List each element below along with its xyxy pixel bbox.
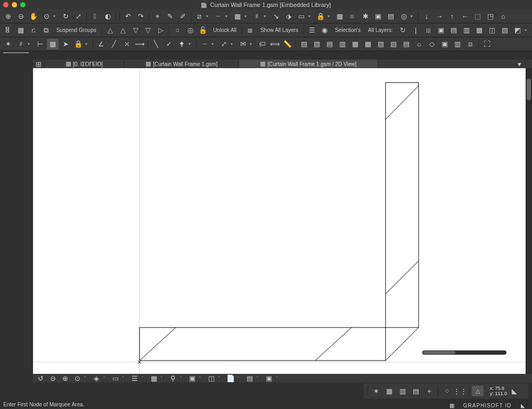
frame-icon[interactable]: ▣ — [187, 374, 198, 382]
refresh2-icon[interactable]: ↻ — [397, 25, 409, 36]
drawing-canvas[interactable] — [33, 68, 526, 382]
tool-icon[interactable]: ▤ — [385, 11, 397, 22]
east-icon[interactable]: → — [433, 11, 445, 22]
suspend-groups-label[interactable]: Suspend Groups — [53, 25, 100, 36]
hscroll-thumb[interactable] — [423, 351, 455, 354]
bar-chart-icon[interactable]: ⫼ — [423, 25, 435, 36]
vertical-scrollbar[interactable] — [526, 68, 532, 374]
layer-nav-icon[interactable]: ☰ — [129, 374, 140, 382]
row2-overflow[interactable]: ▾ — [525, 28, 530, 32]
picker-icon[interactable]: ⌖ — [151, 11, 163, 22]
grid-nav-icon[interactable]: ▦ — [149, 374, 159, 382]
hatch-nav-icon[interactable]: ▤ — [244, 374, 255, 382]
plus-icon[interactable]: + — [423, 386, 435, 396]
south-icon[interactable]: ↓ — [421, 11, 432, 22]
nav-dropdown-i[interactable]: › — [238, 374, 243, 382]
line-style-icon[interactable]: ┈ — [212, 11, 224, 22]
sun-icon[interactable]: ☼ — [413, 39, 425, 50]
line2-icon[interactable]: ╲ — [150, 39, 162, 50]
misc-nav-icon[interactable]: ▣ — [264, 374, 274, 382]
tab-ground-floor[interactable]: [0. ΙΣΟΓΕΙΟ] — [45, 60, 125, 68]
nav-dropdown-b[interactable]: › — [103, 374, 109, 382]
section-icon[interactable]: ⬗ — [283, 11, 294, 22]
grid-snap-icon[interactable]: ♯ — [15, 39, 27, 50]
show-all-layers-label[interactable]: Show All Layers — [257, 25, 301, 36]
prev-zoom-icon[interactable]: ↺ — [35, 374, 46, 382]
tool-g-icon[interactable]: ◩ — [512, 25, 523, 36]
branding-label[interactable]: GRAPHISOFT ID — [463, 403, 512, 408]
elevation-dropdown[interactable]: ▾ — [308, 14, 314, 19]
grid-icon[interactable]: ♯ — [251, 11, 263, 22]
corners-icon[interactable]: ⛶ — [481, 39, 493, 50]
hatch9-icon[interactable]: ▤ — [400, 39, 412, 50]
extend-icon[interactable]: ⟿ — [134, 39, 145, 50]
trace-icon[interactable]: ▦ — [334, 11, 346, 22]
hatch3-icon[interactable]: ▤ — [324, 39, 335, 50]
orbit-icon[interactable]: ◐ — [102, 11, 113, 22]
trace-ref-icon[interactable]: ▦ — [47, 39, 59, 50]
line-style-dropdown[interactable]: ▾ — [225, 14, 231, 19]
syringe-icon[interactable]: ✐ — [177, 11, 189, 22]
lock-tool-icon[interactable]: 🔒 — [72, 39, 84, 50]
measure-tool-icon[interactable]: 𑀫 — [347, 11, 358, 22]
dot-grid2-icon[interactable]: ⋮⋮ — [454, 386, 466, 396]
axo-icon[interactable]: ◳ — [485, 11, 496, 22]
stack-icon[interactable]: ▥ — [452, 39, 463, 50]
hatch2-icon[interactable]: ▧ — [311, 39, 323, 50]
trim-icon[interactable]: ⤫ — [121, 39, 133, 50]
zoom-out-icon[interactable]: ⊖ — [15, 11, 27, 22]
lock-dropdown[interactable]: ▾ — [328, 14, 333, 19]
target2-icon[interactable]: ⧈ — [464, 39, 476, 50]
style-icon[interactable]: ┈ — [199, 39, 210, 50]
envelope-dropdown[interactable]: ▾ — [250, 42, 255, 46]
line3-icon[interactable]: ⧪ — [176, 39, 187, 50]
tag-icon[interactable]: 🏷 — [256, 39, 268, 50]
layers-tool-icon[interactable]: ☰ — [306, 25, 318, 36]
pan-icon[interactable]: ✋ — [28, 11, 39, 22]
dimension-icon[interactable]: ⟺ — [269, 39, 281, 50]
hatch6-icon[interactable]: ▩ — [362, 39, 374, 50]
zoom-in-2-icon[interactable]: ⊕ — [60, 374, 70, 382]
line-type-dropdown[interactable]: ▾ — [206, 14, 211, 19]
align-right-icon[interactable]: ▽ — [143, 25, 154, 36]
zoom-dropdown[interactable]: ▾ — [53, 14, 59, 19]
circle-tool-icon[interactable]: ○ — [171, 25, 183, 36]
grid-tool-icon[interactable]: ▦ — [383, 386, 395, 396]
zoom-in-icon[interactable]: ⊕ — [2, 11, 14, 22]
grid2-icon[interactable]: ▥ — [397, 386, 408, 396]
lock-icon[interactable]: 🔒 — [315, 11, 326, 22]
tool-b-icon[interactable]: ▤ — [448, 25, 460, 36]
hatch4-icon[interactable]: ▥ — [337, 39, 348, 50]
diamond-icon[interactable]: ◇ — [426, 39, 438, 50]
dim-icon[interactable]: ✱ — [359, 11, 371, 22]
nav-dropdown-c[interactable]: › — [122, 374, 128, 382]
nav-dropdown-h[interactable]: › — [218, 374, 224, 382]
elevation-icon[interactable]: ▭ — [296, 11, 307, 22]
minimize-window-button[interactable] — [12, 2, 17, 7]
hatch7-icon[interactable]: ▨ — [375, 39, 387, 50]
view-tool-icon[interactable]: ▣ — [372, 11, 384, 22]
undo-icon[interactable]: ↶ — [122, 11, 134, 22]
group-tool-icon[interactable]: ▦ — [15, 25, 27, 36]
tool-c-icon[interactable]: ▥ — [461, 25, 472, 36]
check-icon[interactable]: ✓ — [163, 39, 175, 50]
ruler-icon[interactable]: 📏 — [282, 39, 293, 50]
nav-dropdown-d[interactable]: › — [142, 374, 147, 382]
view-dropdown[interactable]: ▾ — [411, 14, 416, 19]
link-icon[interactable]: ⎌ — [28, 25, 39, 36]
zoom-100-icon[interactable]: ⊙ — [72, 374, 83, 382]
nav-dropdown-k[interactable]: › — [276, 374, 281, 382]
pin2-icon[interactable]: ⚲ — [168, 374, 178, 382]
fit-icon-2[interactable]: ⤢ — [218, 39, 230, 50]
triangle-icon[interactable]: ◣ — [509, 386, 520, 396]
hatch1-icon[interactable]: ▨ — [298, 39, 310, 50]
layer-dropdown[interactable]: ▾ — [244, 14, 250, 19]
line3-dropdown[interactable]: ▾ — [189, 42, 194, 46]
line-type-icon[interactable]: ⧄ — [193, 11, 205, 22]
dot-grid-icon[interactable]: ⁘ — [441, 386, 453, 396]
overlay-icon[interactable]: ◫ — [206, 374, 217, 382]
status-grid-icon[interactable]: ▦ — [446, 400, 457, 409]
layer-icon[interactable]: ▦ — [232, 11, 243, 22]
orient-icon[interactable]: ◈ — [91, 374, 102, 382]
tool-e-icon[interactable]: ◫ — [486, 25, 498, 36]
